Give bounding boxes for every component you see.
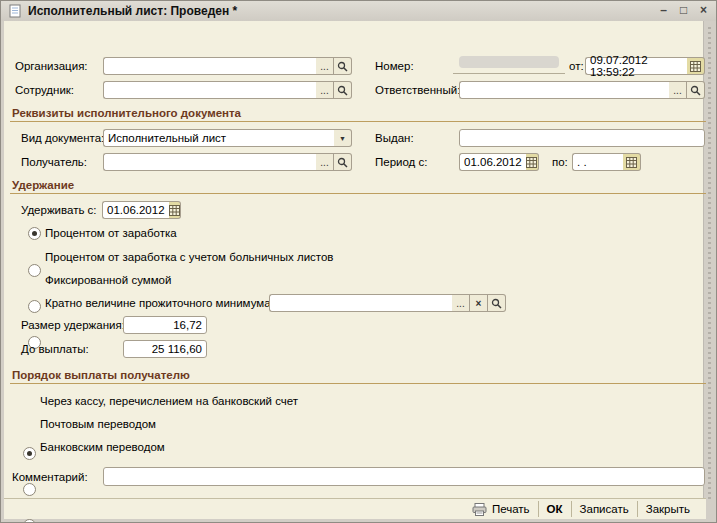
employee-field-group: ... xyxy=(103,81,352,99)
employee-label: Сотрудник: xyxy=(15,84,74,96)
comment-label: Комментарий: xyxy=(12,471,88,483)
requisites-section-title: Реквизиты исполнительного документа xyxy=(12,107,241,119)
footer-buttons: Печать ОК Записать Закрыть xyxy=(4,499,706,519)
withhold-from-field-group: 01.06.2012 xyxy=(102,201,178,219)
section-divider xyxy=(10,193,706,194)
organization-input[interactable] xyxy=(103,57,316,75)
titlebar[interactable]: Исполнительный лист: Проведен * – □ × xyxy=(1,1,717,21)
radio-percent-with-sick-leave[interactable] xyxy=(28,264,41,277)
magnifier-icon[interactable] xyxy=(488,294,506,312)
employee-select-button[interactable]: ... xyxy=(316,81,334,99)
number-label: Номер: xyxy=(375,60,414,72)
recipient-field-group: ... xyxy=(103,153,352,171)
recipient-input[interactable] xyxy=(103,153,316,171)
to-payment-field-group: 25 116,60 xyxy=(123,340,207,358)
print-button-label: Печать xyxy=(492,503,530,515)
minimize-button[interactable]: – xyxy=(655,4,672,18)
withhold-from-input[interactable]: 01.06.2012 xyxy=(102,201,169,219)
responsible-select-button[interactable]: ... xyxy=(669,81,687,99)
radio-through-cashier[interactable] xyxy=(23,447,36,460)
to-payment-label: До выплаты: xyxy=(21,343,89,355)
magnifier-icon[interactable] xyxy=(334,153,352,171)
doc-date-field-group: 09.07.2012 13:59:22 xyxy=(585,57,705,75)
calendar-icon[interactable] xyxy=(526,153,539,171)
ok-button[interactable]: ОК xyxy=(539,500,571,518)
responsible-label: Ответственный: xyxy=(375,84,460,96)
radio-label[interactable]: Банковским переводом xyxy=(40,441,165,453)
radio-label[interactable]: Процентом от заработка xyxy=(45,227,177,239)
organization-field-group: ... xyxy=(103,57,352,75)
period-to-field-group: . . xyxy=(572,153,641,171)
issued-input[interactable] xyxy=(459,129,705,147)
number-value-redacted xyxy=(459,56,559,68)
to-payment-input[interactable]: 25 116,60 xyxy=(123,340,207,358)
employee-input[interactable] xyxy=(103,81,316,99)
doc-type-select[interactable]: Исполнительный лист xyxy=(103,129,334,147)
window-title: Исполнительный лист: Проведен * xyxy=(28,4,237,18)
document-window: Исполнительный лист: Проведен * – □ × Де… xyxy=(0,0,717,523)
clear-icon[interactable]: × xyxy=(470,294,488,312)
calendar-icon[interactable] xyxy=(623,153,641,171)
organization-label: Организация: xyxy=(15,60,88,72)
section-divider xyxy=(10,121,706,122)
radio-label[interactable]: Через кассу, перечислением на банковский… xyxy=(40,395,298,407)
save-button[interactable]: Записать xyxy=(572,500,637,518)
radio-percent-of-earnings[interactable] xyxy=(28,227,41,240)
recipient-label: Получатель: xyxy=(21,156,87,168)
magnifier-icon[interactable] xyxy=(334,81,352,99)
comment-field-group xyxy=(103,467,705,486)
issued-label: Выдан: xyxy=(375,132,414,144)
comment-input[interactable] xyxy=(103,467,705,486)
doc-date-input[interactable]: 09.07.2012 13:59:22 xyxy=(585,57,687,75)
organization-select-button[interactable]: ... xyxy=(316,57,334,75)
doc-type-field-group: Исполнительный лист ▼ xyxy=(103,129,352,147)
withholding-size-input[interactable]: 16,72 xyxy=(123,316,207,334)
print-button[interactable]: Печать xyxy=(464,500,538,518)
document-icon xyxy=(8,4,22,18)
withholding-size-field-group: 16,72 xyxy=(123,316,207,334)
responsible-field-group: ... xyxy=(459,81,705,99)
radio-label[interactable]: Фиксированной суммой xyxy=(45,274,171,286)
radio-fixed-sum[interactable] xyxy=(28,300,41,313)
printer-icon xyxy=(472,503,487,516)
date-from-label: от: xyxy=(569,60,584,72)
radio-label[interactable]: Процентом от заработка с учетом больничн… xyxy=(45,251,333,263)
magnifier-icon[interactable] xyxy=(334,57,352,75)
radio-label[interactable]: Почтовым переводом xyxy=(40,418,156,430)
responsible-input[interactable] xyxy=(459,81,669,99)
withholding-section-title: Удержание xyxy=(12,179,74,191)
calendar-icon[interactable] xyxy=(169,201,181,219)
recipient-select-button[interactable]: ... xyxy=(316,153,334,171)
chevron-down-icon[interactable]: ▼ xyxy=(334,129,352,147)
period-to-label: по: xyxy=(552,156,568,168)
radio-label[interactable]: Кратно величине прожиточного минимума: xyxy=(45,297,274,309)
payment-section-title: Порядок выплаты получателю xyxy=(12,369,190,381)
withhold-from-label: Удерживать с: xyxy=(21,204,97,216)
period-from-input[interactable]: 01.06.2012 xyxy=(459,153,526,171)
issued-field-group xyxy=(459,129,705,147)
minimum-multiple-field-group: ... × xyxy=(269,294,506,312)
withholding-size-label: Размер удержания: xyxy=(21,319,125,331)
close-button[interactable]: × xyxy=(695,4,712,18)
period-to-input[interactable]: . . xyxy=(572,153,623,171)
minimum-multiple-select-button[interactable]: ... xyxy=(452,294,470,312)
doc-type-label: Вид документа: xyxy=(21,132,104,144)
maximize-button[interactable]: □ xyxy=(675,4,692,18)
close-form-button[interactable]: Закрыть xyxy=(638,500,698,518)
magnifier-icon[interactable] xyxy=(687,81,705,99)
section-divider xyxy=(10,383,706,384)
period-from-label: Период с: xyxy=(375,156,427,168)
radio-postal-transfer[interactable] xyxy=(23,483,36,496)
period-from-field-group: 01.06.2012 xyxy=(459,153,539,171)
calendar-icon[interactable] xyxy=(687,57,705,75)
minimum-multiple-input[interactable] xyxy=(269,294,452,312)
